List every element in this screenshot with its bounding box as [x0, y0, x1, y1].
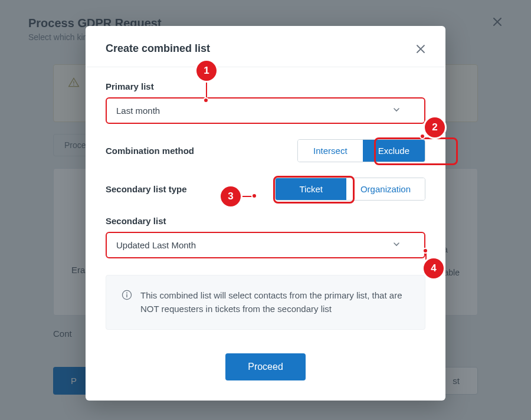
annotation-stem	[206, 81, 207, 99]
annotation-marker-2: 2	[425, 117, 445, 137]
combination-method-label: Combination method	[106, 146, 194, 156]
primary-list-value: Last month	[116, 106, 160, 116]
annotation-stem	[425, 252, 427, 261]
secondary-list-value: Updated Last Month	[116, 240, 196, 250]
exclude-button[interactable]: Exclude	[363, 140, 425, 162]
secondary-list-type-label: Secondary list type	[106, 184, 187, 194]
primary-list-select[interactable]: Last month	[106, 97, 425, 124]
organization-button[interactable]: Organization	[346, 178, 425, 200]
info-text: This combined list will select contacts …	[140, 288, 409, 316]
combination-method-toggle: Intersect Exclude	[297, 139, 425, 162]
annotation-dot	[203, 97, 209, 103]
chevron-down-icon	[392, 240, 401, 250]
annotation-dot	[251, 193, 257, 199]
svg-rect-4	[126, 294, 127, 297]
proceed-button[interactable]: Proceed	[225, 353, 306, 380]
close-icon[interactable]	[416, 44, 425, 54]
chevron-down-icon	[392, 106, 401, 116]
annotation-marker-1: 1	[196, 61, 217, 81]
annotation-dot	[422, 248, 428, 254]
svg-point-3	[126, 293, 127, 294]
info-icon	[122, 290, 132, 300]
annotation-dot	[419, 133, 425, 139]
secondary-list-select[interactable]: Updated Last Month	[106, 232, 425, 258]
annotation-marker-3: 3	[221, 186, 241, 206]
modal-title: Create combined list	[106, 42, 210, 55]
primary-list-label: Primary list	[106, 81, 425, 91]
create-combined-list-modal: Create combined list Primary list Last m…	[86, 26, 445, 401]
ticket-button[interactable]: Ticket	[276, 178, 346, 200]
annotation-stem	[241, 196, 253, 197]
annotation-marker-4: 4	[424, 258, 444, 278]
intersect-button[interactable]: Intersect	[298, 140, 363, 162]
secondary-list-label: Secondary list	[106, 216, 425, 226]
secondary-list-type-toggle: Ticket Organization	[275, 178, 425, 201]
info-banner: This combined list will select contacts …	[106, 275, 425, 330]
